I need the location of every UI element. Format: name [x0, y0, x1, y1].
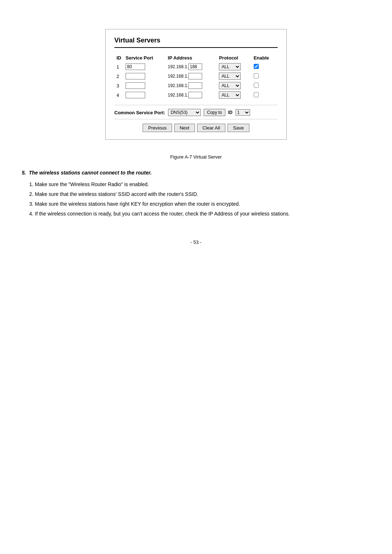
- enable-checkbox[interactable]: [254, 83, 259, 88]
- ip-last-input[interactable]: [188, 82, 202, 89]
- ip-prefix: 192.168.1.: [168, 74, 188, 79]
- service-port-input[interactable]: [126, 63, 145, 70]
- enable-cell: [252, 81, 278, 90]
- col-header-id: ID: [114, 54, 123, 62]
- section-heading-text: The wireless stations cannot connect to …: [29, 170, 151, 176]
- figure-caption: Figure A-7 Virtual Server: [22, 154, 370, 160]
- virtual-servers-table: ID Service Port IP Address Protocol Enab…: [114, 54, 278, 100]
- protocol-cell: ALLTCPUDPTCP/UDP: [217, 90, 251, 100]
- next-button[interactable]: Next: [174, 124, 195, 132]
- ip-last-input[interactable]: [188, 63, 202, 70]
- ip-address-cell: 192.168.1.: [166, 90, 217, 100]
- enable-checkbox[interactable]: [254, 73, 259, 78]
- col-header-ip-address: IP Address: [166, 54, 217, 62]
- enable-checkbox[interactable]: [254, 64, 259, 69]
- ip-address-cell: 192.168.1.: [166, 81, 217, 90]
- ip-prefix: 192.168.1.: [168, 64, 188, 69]
- protocol-cell: ALLTCPUDPTCP/UDP: [217, 71, 251, 81]
- previous-button[interactable]: Previous: [143, 124, 172, 132]
- page-number: - 53 -: [22, 239, 370, 245]
- ip-prefix: 192.168.1.: [168, 83, 188, 88]
- section-list: Make sure the "Wireless Router Radio" is…: [22, 181, 370, 218]
- service-port-cell: [123, 90, 166, 100]
- protocol-cell: ALLTCPUDPTCP/UDP: [217, 62, 251, 71]
- ip-last-input[interactable]: [188, 73, 202, 79]
- common-service-row: Common Service Port: DNS(53)HTTP(80)FTP(…: [114, 105, 278, 116]
- enable-cell: [252, 71, 278, 81]
- service-port-cell: [123, 71, 166, 81]
- id-label: ID: [228, 110, 233, 115]
- protocol-select[interactable]: ALLTCPUDPTCP/UDP: [219, 91, 241, 99]
- list-item: If the wireless connection is ready, but…: [35, 210, 370, 218]
- section-heading: 5. The wireless stations cannot connect …: [22, 170, 370, 176]
- service-port-input[interactable]: [126, 73, 145, 79]
- panel-title: Virtual Servers: [114, 37, 278, 48]
- row-id: 1: [114, 62, 123, 71]
- protocol-select[interactable]: ALLTCPUDPTCP/UDP: [219, 73, 241, 80]
- ip-address-cell: 192.168.1.: [166, 62, 217, 71]
- service-port-input[interactable]: [126, 92, 145, 98]
- list-item: Make sure the "Wireless Router Radio" is…: [35, 181, 370, 188]
- virtual-servers-panel: Virtual Servers ID Service Port IP Addre…: [105, 29, 287, 140]
- service-port-input[interactable]: [126, 82, 145, 89]
- ip-address-cell: 192.168.1.: [166, 71, 217, 81]
- col-header-protocol: Protocol: [217, 54, 251, 62]
- clear-all-button[interactable]: Clear All: [197, 124, 225, 132]
- ip-prefix: 192.168.1.: [168, 93, 188, 98]
- protocol-select[interactable]: ALLTCPUDPTCP/UDP: [219, 82, 241, 89]
- row-id: 2: [114, 71, 123, 81]
- col-header-enable: Enable: [252, 54, 278, 62]
- copy-to-button[interactable]: Copy to: [204, 109, 225, 116]
- action-buttons: Previous Next Clear All Save: [114, 119, 278, 132]
- service-port-cell: [123, 62, 166, 71]
- table-row: 2192.168.1.ALLTCPUDPTCP/UDP: [114, 71, 278, 81]
- common-service-label: Common Service Port:: [114, 110, 165, 115]
- row-id: 3: [114, 81, 123, 90]
- table-row: 1192.168.1.ALLTCPUDPTCP/UDP: [114, 62, 278, 71]
- section-5: 5. The wireless stations cannot connect …: [22, 170, 370, 218]
- table-row: 3192.168.1.ALLTCPUDPTCP/UDP: [114, 81, 278, 90]
- row-id: 4: [114, 90, 123, 100]
- page-content: Virtual Servers ID Service Port IP Addre…: [22, 29, 370, 245]
- save-button[interactable]: Save: [228, 124, 249, 132]
- service-port-cell: [123, 81, 166, 90]
- col-header-service-port: Service Port: [123, 54, 166, 62]
- enable-cell: [252, 90, 278, 100]
- dns-select[interactable]: DNS(53)HTTP(80)FTP(21)HTTPS(443)SMTP(25)…: [168, 109, 201, 116]
- list-item: Make sure the wireless stations have rig…: [35, 200, 370, 208]
- table-row: 4192.168.1.ALLTCPUDPTCP/UDP: [114, 90, 278, 100]
- protocol-cell: ALLTCPUDPTCP/UDP: [217, 81, 251, 90]
- protocol-select[interactable]: ALLTCPUDPTCP/UDP: [219, 63, 241, 70]
- enable-cell: [252, 62, 278, 71]
- list-item: Make sure that the wireless stations' SS…: [35, 190, 370, 198]
- enable-checkbox[interactable]: [254, 92, 259, 97]
- id-select[interactable]: 1234: [236, 109, 250, 116]
- ip-last-input[interactable]: [188, 92, 202, 98]
- section-number: 5.: [22, 170, 26, 176]
